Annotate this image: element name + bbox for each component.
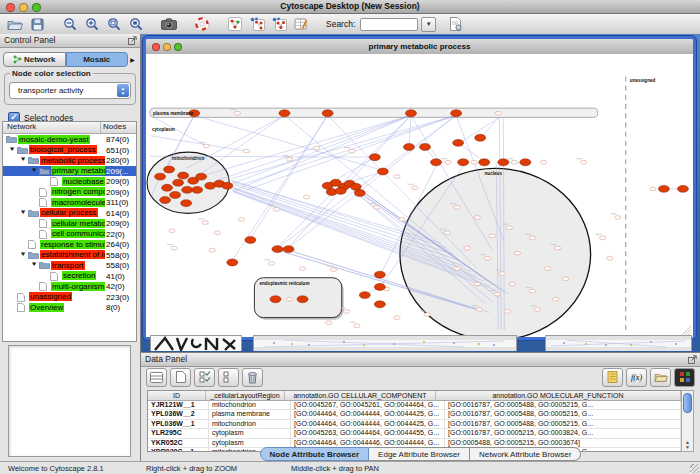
network-node[interactable]: [520, 159, 531, 166]
tree-col-network[interactable]: Network: [3, 122, 100, 133]
network-node-small[interactable]: [169, 229, 175, 233]
network-node-small[interactable]: [509, 282, 515, 286]
network-node[interactable]: [354, 189, 365, 196]
network-node[interactable]: [405, 110, 416, 117]
network-window-controls[interactable]: [152, 43, 182, 51]
network-node-small[interactable]: [471, 160, 477, 164]
network-node[interactable]: [431, 159, 442, 166]
network-node-small[interactable]: [268, 262, 274, 266]
network-node-small[interactable]: [495, 111, 501, 115]
tree-row[interactable]: ▼establishment of lo558(0): [3, 250, 136, 261]
network-node-small[interactable]: [325, 321, 331, 325]
table-cell[interactable]: [GO:0016787, GO:0005488, GO:0005215, G..…: [445, 420, 681, 428]
network-node[interactable]: [155, 173, 166, 180]
table-row[interactable]: YLR295Ccytoplasm[GO:0045263, GO:0044464,…: [148, 429, 681, 438]
tree-node-label[interactable]: cellular metabo: [51, 219, 105, 228]
network-node-small[interactable]: [454, 205, 460, 209]
tab-edge-attribute-browser[interactable]: Edge Attribute Browser: [369, 447, 470, 461]
network-node[interactable]: [475, 134, 486, 141]
tab-node-attribute-browser[interactable]: Node Attribute Browser: [260, 447, 370, 461]
tree-row[interactable]: nucleobase-209(0): [3, 176, 136, 187]
network-node[interactable]: [160, 197, 171, 204]
network-node-small[interactable]: [474, 282, 480, 286]
table-cell[interactable]: [GO:0045267, GO:0045261, GO:0044464, G..…: [291, 401, 445, 409]
network-node-small[interactable]: [529, 236, 535, 240]
network-node[interactable]: [453, 139, 464, 146]
help-icon[interactable]: [192, 16, 212, 33]
table-cell[interactable]: cytoplasm: [209, 439, 291, 447]
tree-node-label[interactable]: secretion: [62, 271, 96, 280]
tree-row[interactable]: macromolecule311(0): [3, 197, 136, 208]
network-node-small[interactable]: [511, 160, 517, 164]
zoom-in-icon[interactable]: [82, 16, 102, 33]
background-window-sliver[interactable]: [253, 335, 517, 351]
network-node[interactable]: [658, 185, 669, 192]
node-color-select[interactable]: transporter activity ▲▼: [9, 82, 131, 99]
search-dropdown-arrow[interactable]: ▼: [421, 17, 436, 32]
tree-node-label[interactable]: metabolic process: [40, 156, 105, 165]
network-node-small[interactable]: [464, 246, 470, 250]
open-icon[interactable]: [5, 16, 25, 33]
zoom-out-icon[interactable]: [60, 16, 80, 33]
network-node-small[interactable]: [504, 310, 510, 314]
matrix-view-icon[interactable]: [674, 368, 695, 387]
network-node-small[interactable]: [243, 149, 249, 153]
tree-node-label[interactable]: transport: [51, 261, 85, 270]
network-node[interactable]: [677, 185, 688, 192]
network-node[interactable]: [170, 192, 181, 199]
network-node[interactable]: [283, 246, 294, 253]
network-node-small[interactable]: [313, 146, 319, 150]
network-node-small[interactable]: [273, 207, 279, 211]
birdseye-view[interactable]: [8, 345, 131, 457]
network-node[interactable]: [322, 110, 333, 117]
table-column-header[interactable]: ID: [148, 391, 206, 400]
attribute-batch-icon[interactable]: [602, 368, 623, 387]
expand-arrow-icon[interactable]: ▼: [19, 209, 26, 215]
network-node[interactable]: [162, 184, 173, 191]
network-node[interactable]: [178, 172, 189, 179]
network-node-small[interactable]: [209, 248, 215, 252]
tree-row[interactable]: Overview8(0): [3, 302, 136, 313]
tree-node-label[interactable]: macromolecule: [51, 198, 105, 207]
scrollbar-thumb[interactable]: [683, 393, 692, 413]
table-cell[interactable]: YPL036W__2: [148, 410, 209, 418]
network-node-small[interactable]: [424, 313, 430, 317]
tree-node-label[interactable]: nitrogen compo: [51, 187, 105, 196]
network-node-small[interactable]: [344, 310, 350, 314]
network-node-small[interactable]: [562, 277, 568, 281]
table-cell[interactable]: [GO:0016787, GO:0005488, GO:0005215, G..…: [445, 401, 681, 409]
import-attributes-icon[interactable]: [445, 16, 465, 33]
tree-column-header[interactable]: Network Nodes: [3, 122, 136, 134]
network-node[interactable]: [272, 246, 283, 253]
network-node-small[interactable]: [474, 216, 480, 220]
network-node[interactable]: [451, 110, 462, 117]
snapshot-icon[interactable]: [159, 16, 179, 33]
minimize-button[interactable]: [19, 3, 28, 12]
network-node-small[interactable]: [303, 195, 309, 199]
network-node[interactable]: [374, 271, 385, 278]
table-column-header[interactable]: _cellularLayoutRegion: [206, 391, 285, 400]
tree-row[interactable]: ▼primary metabo209(...: [3, 166, 136, 177]
save-icon[interactable]: [27, 16, 47, 33]
network-edge[interactable]: [285, 115, 458, 258]
attribute-table-header[interactable]: ID_cellularLayoutRegionannotation.GO CEL…: [148, 391, 681, 401]
network-node-small[interactable]: [286, 297, 292, 301]
destroy-network-icon[interactable]: [269, 16, 289, 33]
network-node-small[interactable]: [580, 160, 586, 164]
network-edge[interactable]: [458, 143, 484, 161]
network-node-small[interactable]: [399, 218, 405, 222]
new-attribute-icon[interactable]: [170, 368, 191, 387]
network-node-small[interactable]: [599, 236, 605, 240]
network-node[interactable]: [196, 173, 207, 180]
network-node-small[interactable]: [529, 289, 535, 293]
expand-arrow-icon[interactable]: ▼: [30, 261, 37, 267]
network-node-small[interactable]: [494, 292, 500, 296]
network-node-small[interactable]: [412, 186, 418, 190]
network-node[interactable]: [377, 168, 388, 175]
tree-row[interactable]: multi-organism pro42(0): [3, 281, 136, 292]
network-node-small[interactable]: [454, 267, 460, 271]
table-column-header[interactable]: annotation.GO MOLECULAR_FUNCTION: [436, 391, 681, 400]
network-node-small[interactable]: [299, 267, 305, 271]
network-node-small[interactable]: [552, 297, 558, 301]
background-window-sliver[interactable]: [150, 335, 242, 351]
